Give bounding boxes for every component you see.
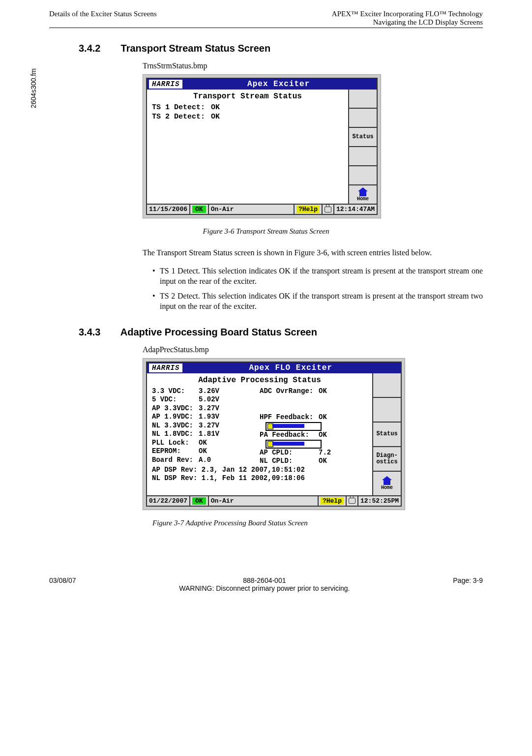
progress-row	[260, 440, 367, 449]
lcd-titlebar: HARRIS Apex Exciter	[147, 79, 377, 90]
status-row: NL 1.8VDC:1.81V	[152, 430, 260, 439]
harris-logo: HARRIS	[149, 80, 182, 89]
lcd-subtitle: Adaptive Processing Status	[152, 375, 367, 385]
status-row: NL CPLD:OK	[260, 457, 367, 466]
bmp-filename-2: AdapPrecStatus.bmp	[143, 345, 483, 354]
lcd-subtitle: Transport Stream Status	[152, 91, 343, 101]
bullet-item: TS 2 Detect. This selection indicates OK…	[152, 291, 483, 312]
row-value: OK	[211, 113, 220, 122]
lcd-side-buttons: Status Diagn-ostics Home	[373, 373, 401, 495]
side-btn-home[interactable]: Home	[349, 185, 377, 204]
status-row: PA Feedback:OK	[260, 431, 367, 440]
header-left: Details of the Exciter Status Screens	[49, 10, 157, 27]
header-right: APEX™ Exciter Incorporating FLO™ Technol…	[332, 10, 483, 27]
status-row: TS 2 Detect: OK	[152, 113, 343, 122]
pa-progress	[266, 440, 322, 449]
status-lock	[323, 205, 334, 214]
home-icon: Home	[381, 476, 393, 490]
side-btn-blank[interactable]	[349, 109, 377, 128]
side-btn-blank[interactable]	[349, 90, 377, 109]
status-row: 5 VDC:5.02V	[152, 395, 260, 404]
lcd-side-buttons: Status Home	[349, 90, 377, 204]
page-header: Details of the Exciter Status Screens AP…	[49, 10, 483, 28]
status-onair: On-Air	[209, 205, 295, 214]
side-btn-blank[interactable]	[373, 373, 401, 398]
status-ok-badge: OK	[190, 205, 209, 214]
side-btn-home[interactable]: Home	[373, 472, 401, 495]
status-time: 12:14:47AM	[334, 205, 377, 214]
side-btn-blank[interactable]	[373, 398, 401, 423]
hpf-progress	[266, 422, 322, 431]
side-btn-blank[interactable]	[349, 166, 377, 185]
page-footer: 03/08/07 888-2604-001 WARNING: Disconnec…	[49, 576, 483, 592]
status-row: AP CPLD:7.2	[260, 449, 367, 457]
side-btn-status[interactable]: Status	[349, 128, 377, 147]
harris-logo: HARRIS	[149, 363, 182, 372]
lcd-statusbar: 11/15/2006 OK On-Air ?Help 12:14:47AM	[147, 204, 377, 214]
header-right-top: APEX™ Exciter Incorporating FLO™ Technol…	[332, 10, 483, 18]
lock-icon	[349, 498, 355, 504]
lcd-title-text: Apex FLO Exciter	[182, 363, 399, 372]
footer-page: Page: 3-9	[453, 576, 483, 592]
header-right-bottom: Navigating the LCD Display Screens	[332, 18, 483, 27]
figure-caption-2: Figure 3-7 Adaptive Processing Board Sta…	[152, 519, 483, 527]
progress-row	[260, 422, 367, 431]
footer-center: 888-2604-001 WARNING: Disconnect primary…	[76, 576, 453, 592]
side-filename: 2604s300.fm	[30, 68, 37, 108]
lcd-titlebar: HARRIS Apex FLO Exciter	[147, 363, 401, 373]
status-row: 3.3 VDC:3.26V	[152, 387, 260, 396]
status-date: 01/22/2007	[147, 496, 190, 506]
lcd-title-text: Apex Exciter	[182, 80, 375, 89]
bullet-item: TS 1 Detect. This selection indicates OK…	[152, 266, 483, 287]
section-title: Adaptive Processing Board Status Screen	[120, 327, 317, 337]
figure-caption-1: Figure 3-6 Transport Stream Status Scree…	[49, 227, 483, 236]
full-row: NL DSP Rev: 1.1, Feb 11 2002,09:18:06	[152, 474, 367, 483]
side-btn-blank[interactable]	[349, 147, 377, 166]
lock-icon	[325, 207, 331, 212]
status-row: AP 1.9VDC:1.93V	[152, 413, 260, 422]
bmp-filename-1: TrnsStrmStatus.bmp	[143, 61, 483, 70]
status-help[interactable]: ?Help	[319, 496, 347, 506]
section-heading-343: 3.4.3 Adaptive Processing Board Status S…	[79, 327, 483, 338]
status-row: NL 3.3VDC:3.27V	[152, 422, 260, 430]
lcd-statusbar: 01/22/2007 OK On-Air ?Help 12:52:25PM	[147, 495, 401, 506]
status-onair: On-Air	[209, 496, 319, 506]
status-row: EEPROM:OK	[152, 447, 260, 456]
status-row: ADC OvrRange:OK	[260, 387, 367, 396]
section1-intro: The Transport Stream Status screen is sh…	[143, 248, 483, 258]
status-date: 11/15/2006	[147, 205, 190, 214]
status-help[interactable]: ?Help	[295, 205, 323, 214]
section-title: Transport Stream Status Screen	[121, 43, 271, 54]
row-label: TS 2 Detect:	[152, 113, 211, 122]
lcd-main-panel: Adaptive Processing Status 3.3 VDC:3.26V…	[147, 373, 373, 495]
status-time: 12:52:25PM	[358, 496, 401, 506]
home-icon: Home	[357, 187, 369, 202]
row-label: TS 1 Detect:	[152, 103, 211, 113]
status-row: HPF Feedback:OK	[260, 413, 367, 422]
side-btn-status[interactable]: Status	[373, 423, 401, 447]
status-lock	[347, 496, 358, 506]
section-num: 3.4.3	[79, 327, 118, 338]
status-row: AP 3.3VDC:3.27V	[152, 404, 260, 413]
lcd-main-panel: Transport Stream Status TS 1 Detect: OK …	[147, 90, 349, 204]
section-heading-342: 3.4.2 Transport Stream Status Screen	[79, 43, 483, 54]
section-num: 3.4.2	[79, 43, 118, 54]
bullet-list-1: TS 1 Detect. This selection indicates OK…	[152, 266, 483, 312]
footer-docnum: 888-2604-001	[76, 576, 453, 584]
status-row: Board Rev:A.0	[152, 456, 260, 465]
status-row: TS 1 Detect: OK	[152, 103, 343, 113]
full-row: AP DSP Rev: 2.3, Jan 12 2007,10:51:02	[152, 466, 367, 475]
status-ok-badge: OK	[190, 496, 209, 506]
side-btn-diagnostics[interactable]: Diagn-ostics	[373, 447, 401, 472]
row-value: OK	[211, 103, 220, 113]
status-row: PLL Lock:OK	[152, 439, 260, 448]
lcd-screenshot-2: HARRIS Apex FLO Exciter Adaptive Process…	[143, 358, 405, 510]
footer-date: 03/08/07	[49, 576, 76, 592]
footer-warning: WARNING: Disconnect primary power prior …	[76, 584, 453, 592]
lcd-screenshot-1: HARRIS Apex Exciter Transport Stream Sta…	[143, 74, 381, 218]
